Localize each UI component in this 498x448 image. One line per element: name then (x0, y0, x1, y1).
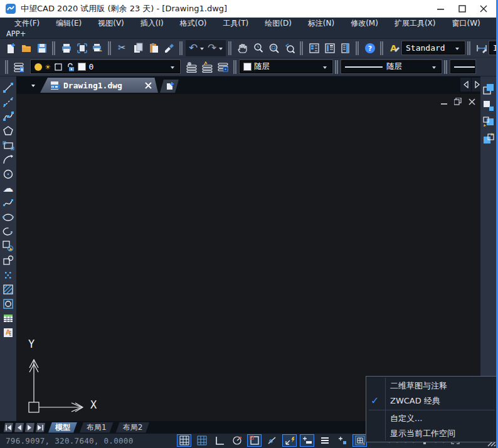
menu-window[interactable]: 窗口(W) (443, 18, 488, 29)
redo-dropdown-caret[interactable] (219, 48, 223, 52)
polyline-button[interactable] (1, 109, 16, 123)
undo-button[interactable]: ↶ (187, 40, 199, 56)
text-style-select[interactable]: Standard (402, 41, 465, 55)
menu-insert[interactable]: 插入(I) (132, 18, 172, 29)
polar-tracking-toggle[interactable] (230, 434, 244, 447)
tab-list-dropdown-button[interactable] (28, 80, 39, 90)
properties-palette-button[interactable] (306, 40, 322, 56)
window-close-button[interactable] (473, 1, 494, 16)
menu-app-plus[interactable]: APP+ (6, 29, 26, 38)
next-tab-button[interactable] (25, 423, 34, 432)
zoom-window-button[interactable] (266, 40, 282, 56)
new-file-button[interactable] (3, 40, 18, 56)
arc-button[interactable] (1, 152, 16, 167)
polygon-button[interactable] (1, 123, 16, 138)
ellipse-arc-button[interactable] (1, 224, 16, 239)
status-menu-button[interactable] (317, 434, 332, 447)
rotate-button[interactable] (481, 130, 496, 147)
object-snap-toggle[interactable] (247, 434, 262, 447)
model-paper-space-toggle[interactable] (352, 434, 367, 447)
menu-draw[interactable]: 绘图(D) (257, 18, 300, 29)
layer-manager-button[interactable] (11, 59, 27, 75)
ortho-toggle[interactable] (212, 434, 226, 447)
rectangle-button[interactable] (1, 138, 16, 152)
window-minimize-button[interactable] (430, 1, 452, 16)
layer-thaw-sun-icon[interactable]: ☀ (45, 63, 50, 71)
new-viewport-freeze-icon[interactable] (53, 62, 63, 71)
snap-toggle[interactable] (177, 434, 191, 447)
lineweight-select[interactable] (450, 60, 475, 73)
pan-button[interactable] (235, 40, 250, 56)
menu-format[interactable]: 格式(O) (172, 18, 215, 29)
redo-button[interactable]: ↷ (206, 40, 218, 56)
menu-file[interactable]: 文件(F) (6, 18, 48, 29)
tab-model[interactable]: 模型 (48, 422, 78, 433)
tab-scroll-left-button[interactable] (460, 78, 471, 91)
circle-button[interactable] (1, 167, 16, 181)
undo-dropdown-caret[interactable] (200, 48, 204, 52)
line-button[interactable] (1, 80, 16, 95)
scale-button[interactable] (481, 98, 496, 114)
spline-button[interactable] (1, 195, 16, 210)
layer-color-swatch[interactable] (78, 63, 86, 71)
angle-snap-toggle[interactable] (265, 434, 279, 447)
first-tab-button[interactable] (4, 423, 13, 432)
tab-layout2[interactable]: 布局2 (115, 422, 151, 433)
tab-close-icon[interactable] (145, 82, 152, 89)
document-minimize-button[interactable] (438, 96, 450, 107)
copy-button[interactable] (130, 40, 146, 56)
menu-tools[interactable]: 工具(T) (215, 18, 257, 29)
print-button[interactable] (58, 40, 74, 56)
object-snap-tracking-toggle[interactable] (282, 434, 297, 447)
menu-item-2d-draft-annotation[interactable]: 二维草图与注释 (390, 378, 447, 393)
revision-cloud-button[interactable]: ☁ (1, 181, 16, 195)
layer-on-bulb-icon[interactable] (34, 63, 42, 71)
layer-previous-button[interactable] (199, 59, 215, 75)
match-properties-button[interactable] (161, 40, 177, 56)
make-block-button[interactable] (1, 253, 16, 268)
help-button[interactable]: ? (362, 40, 378, 56)
layer-properties-button[interactable] (215, 59, 231, 75)
point-button[interactable] (1, 268, 16, 282)
linetype-select[interactable]: 随层 (341, 60, 442, 73)
hatch-button[interactable] (1, 282, 16, 296)
show-lineweight-toggle[interactable] (300, 434, 314, 447)
layer-states-button[interactable] (184, 59, 199, 75)
grid-toggle[interactable] (194, 434, 209, 447)
previous-tab-button[interactable] (14, 423, 24, 432)
color-select[interactable]: 随层 (240, 60, 332, 73)
tool-palette-button[interactable] (337, 40, 353, 56)
region-button[interactable] (1, 296, 16, 311)
menu-dimension[interactable]: 标注(N) (300, 18, 342, 29)
drawing-tab[interactable]: Drawing1.dwg (40, 78, 158, 93)
text-style-button[interactable]: A (386, 40, 402, 56)
menu-item-customize[interactable]: 自定义... (390, 411, 422, 426)
menu-item-zwcad-classic[interactable]: ZWCAD 经典 (390, 393, 440, 409)
menu-express-tools[interactable]: 扩展工具(X) (386, 18, 444, 29)
print-preview-button[interactable] (74, 40, 90, 56)
tab-layout1[interactable]: 布局1 (79, 422, 114, 433)
ellipse-button[interactable] (1, 210, 16, 224)
layer-unlock-icon[interactable] (66, 62, 75, 71)
menu-edit[interactable]: 编辑(E) (48, 18, 90, 29)
menu-item-show-current-workspace[interactable]: 显示当前工作空间 (390, 426, 455, 441)
dimension-style-button[interactable] (474, 40, 489, 56)
move-button[interactable] (481, 114, 496, 130)
document-restore-button[interactable] (452, 96, 464, 107)
table-button[interactable] (1, 311, 16, 325)
menu-view[interactable]: 视图(V) (90, 18, 132, 29)
drawing-canvas[interactable]: Y X (16, 94, 480, 421)
open-file-button[interactable] (18, 40, 34, 56)
save-button[interactable] (34, 40, 50, 56)
cut-button[interactable]: ✂ (114, 40, 130, 56)
construction-line-button[interactable] (1, 95, 16, 109)
copy-object-button[interactable] (481, 81, 496, 98)
document-close-button[interactable] (465, 96, 478, 107)
dynamic-input-toggle[interactable] (335, 434, 349, 447)
layer-select[interactable]: ☀ 0 (31, 60, 180, 73)
design-center-button[interactable] (322, 40, 337, 56)
mtext-button[interactable]: A (1, 325, 16, 340)
menu-modify[interactable]: 修改(M) (342, 18, 386, 29)
zoom-realtime-button[interactable] (250, 40, 266, 56)
paste-button[interactable] (146, 40, 161, 56)
